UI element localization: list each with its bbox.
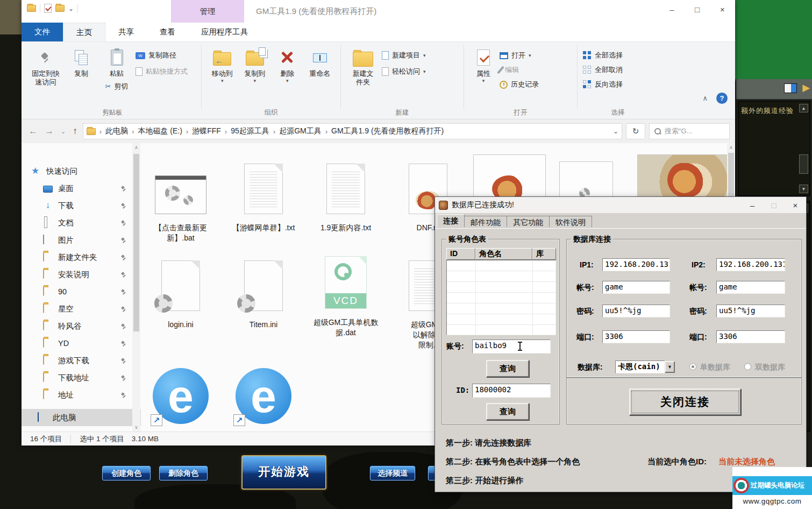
help-icon[interactable]: ? (716, 93, 728, 104)
edit-button[interactable]: 编辑 (500, 65, 539, 75)
sidebar-item-desktop[interactable]: 桌面 (22, 180, 141, 197)
manage-ribbon-tab[interactable]: 管理 (171, 0, 244, 23)
tab-connect[interactable]: 连接 (437, 214, 465, 227)
crumb-this-pc[interactable]: 此电脑 (105, 126, 128, 136)
delete-role-button[interactable]: 删除角色 (159, 466, 208, 480)
folder-icon[interactable] (27, 5, 36, 12)
account-input[interactable]: bailbo9 (472, 340, 551, 354)
column-role-name[interactable]: 角色名 (475, 248, 532, 260)
folder-icon[interactable] (55, 5, 65, 12)
tab-home[interactable]: 主页 (63, 23, 105, 41)
sidebar-item-folder[interactable]: 90 (22, 283, 141, 300)
scroll-up-icon[interactable]: ∧ (727, 143, 735, 152)
file-item-ini[interactable]: login.ini (141, 255, 220, 330)
tab-app-tools[interactable]: 应用程序工具 (188, 23, 261, 41)
pass1-input[interactable]: uu5!^%jg (602, 305, 670, 317)
scrollbar-thumb[interactable] (799, 154, 808, 174)
up-icon[interactable]: ↑ (71, 126, 79, 137)
user2-input[interactable]: game (716, 281, 785, 294)
search-input[interactable]: 搜索"G... (649, 123, 730, 139)
dialog-close-button[interactable]: × (785, 197, 806, 213)
new-item-button[interactable]: 新建项目 ▾ (382, 51, 426, 60)
sidebar-item-folder[interactable]: 游戏下载 (22, 352, 141, 369)
port1-input[interactable]: 3306 (602, 330, 670, 343)
ip2-input[interactable]: 192.168.200.131 (716, 258, 785, 271)
scrollbar-thumb[interactable] (133, 154, 139, 331)
sidebar-item-documents[interactable]: 文档 (22, 214, 141, 231)
sidebar-item-folder[interactable]: 聆风谷 (22, 317, 141, 335)
db-dropdown-icon[interactable]: ▼ (665, 361, 675, 373)
paste-shortcut-button[interactable]: 粘贴快捷方式 (136, 67, 188, 76)
sidebar-scrollbar[interactable]: ∧ ∨ (132, 143, 140, 432)
user1-input[interactable]: game (602, 281, 670, 294)
scrollbar-thumb[interactable] (728, 153, 734, 201)
cut-button[interactable]: ✂ 剪切 (105, 82, 129, 91)
db-select[interactable]: 卡恩(cain) (615, 360, 665, 373)
address-dropdown-icon[interactable]: ⌄ (613, 128, 618, 135)
crumb-drive[interactable]: 本地磁盘 (E:) (138, 126, 182, 136)
sidebar-item-this-pc[interactable]: 此电脑 (22, 409, 141, 426)
tab-other[interactable]: 其它功能 (507, 216, 550, 227)
move-to-button[interactable]: ← 移动到 ▾ (207, 45, 238, 109)
double-db-radio[interactable] (744, 363, 751, 370)
single-db-radio[interactable] (689, 363, 696, 370)
sidebar-item-quick-access[interactable]: ★ 快速访问 (22, 162, 141, 180)
play-icon[interactable]: ▶ (802, 82, 810, 93)
sidebar-item-folder[interactable]: 安装说明 (22, 266, 141, 283)
crumb-folder[interactable]: 起源GM工具 (279, 126, 322, 136)
scroll-down-icon[interactable]: ▼ (799, 185, 808, 193)
port2-input[interactable]: 3306 (716, 330, 785, 343)
scroll-up-icon[interactable]: ▲ (799, 104, 808, 112)
tab-file[interactable]: 文件 (22, 23, 63, 41)
tab-mail[interactable]: 邮件功能 (464, 216, 507, 227)
pin-to-quick-access-button[interactable]: 固定到快速访问 (29, 45, 62, 109)
column-db[interactable]: 库 (532, 248, 556, 260)
forward-icon[interactable]: → (43, 126, 55, 137)
qat-dropdown-icon[interactable]: ⌄ (68, 5, 74, 12)
sidebar-item-folder[interactable]: 地址 (22, 386, 141, 404)
file-item-ie-shortcut[interactable]: e ↗ (141, 365, 220, 424)
file-item-ie-shortcut[interactable]: e ↗ (224, 365, 303, 424)
properties-button[interactable]: 属性 ▾ (469, 45, 497, 109)
scroll-up-icon[interactable]: ∧ (132, 143, 140, 152)
sidebar-item-folder[interactable]: YD (22, 335, 141, 352)
start-game-button[interactable]: 开始游戏 (241, 455, 326, 490)
dialog-minimize-button[interactable]: – (742, 197, 763, 213)
close-button[interactable]: × (710, 0, 735, 18)
checkbox-doc-icon[interactable] (44, 4, 52, 13)
open-button[interactable]: 打开 ▾ (500, 51, 539, 60)
paste-button[interactable]: 粘贴 ✂ 剪切 (100, 45, 133, 109)
ribbon-collapse-icon[interactable]: ∧ (702, 94, 708, 102)
maximize-button[interactable]: □ (685, 0, 710, 18)
channel-toggle-icon[interactable] (784, 83, 797, 93)
recent-locations-icon[interactable]: ⌄ (59, 128, 67, 135)
copy-to-button[interactable]: 复制到 ▾ (240, 45, 270, 109)
sidebar-item-pictures[interactable]: 图片 (22, 231, 141, 249)
tab-view[interactable]: 查看 (147, 23, 188, 41)
file-item-ini[interactable]: Titem.ini (224, 255, 303, 330)
id-input[interactable]: 18000002 (472, 384, 551, 398)
role-table-body[interactable] (446, 260, 556, 335)
file-item-dat[interactable]: VCD 超级GM工具单机数据.dat (307, 253, 385, 338)
dialog-maximize-button[interactable]: □ (763, 197, 785, 213)
create-role-button[interactable]: 创建角色 (102, 466, 151, 480)
crumb-folder[interactable]: 95起源工具 (231, 126, 269, 136)
breadcrumb[interactable]: › 此电脑 › 本地磁盘 (E:) › 游蝶FFF › 95起源工具 › 起源G… (83, 123, 622, 139)
copy-button[interactable]: 复制 (65, 45, 98, 109)
scroll-down-icon[interactable]: ∨ (132, 423, 140, 432)
channel-scrollbar[interactable]: ▲ ▼ (799, 104, 808, 193)
column-id[interactable]: ID (446, 248, 475, 260)
crumb-folder[interactable]: 游蝶FFF (192, 126, 221, 136)
delete-button[interactable]: 删除 ▾ (272, 45, 303, 109)
crumb-current[interactable]: GM工具1.9 (先看使用教程再打开) (331, 126, 444, 136)
select-channel-button[interactable]: 选择频道 (370, 466, 415, 480)
minimize-button[interactable]: – (659, 0, 685, 18)
select-all-button[interactable]: 全部选择 (583, 51, 623, 60)
history-button[interactable]: 历史记录 (500, 80, 539, 89)
new-folder-button[interactable]: 新建文件夹 (346, 45, 380, 109)
file-item-bat[interactable]: 【点击查最新更新】.bat (141, 158, 220, 243)
easy-access-button[interactable]: 轻松访问 ▾ (382, 67, 426, 76)
ip1-input[interactable]: 192.168.200.131 (602, 258, 670, 271)
sidebar-item-folder[interactable]: 星空 (22, 300, 141, 317)
file-item-txt[interactable]: 1.9更新内容.txt (307, 158, 385, 233)
